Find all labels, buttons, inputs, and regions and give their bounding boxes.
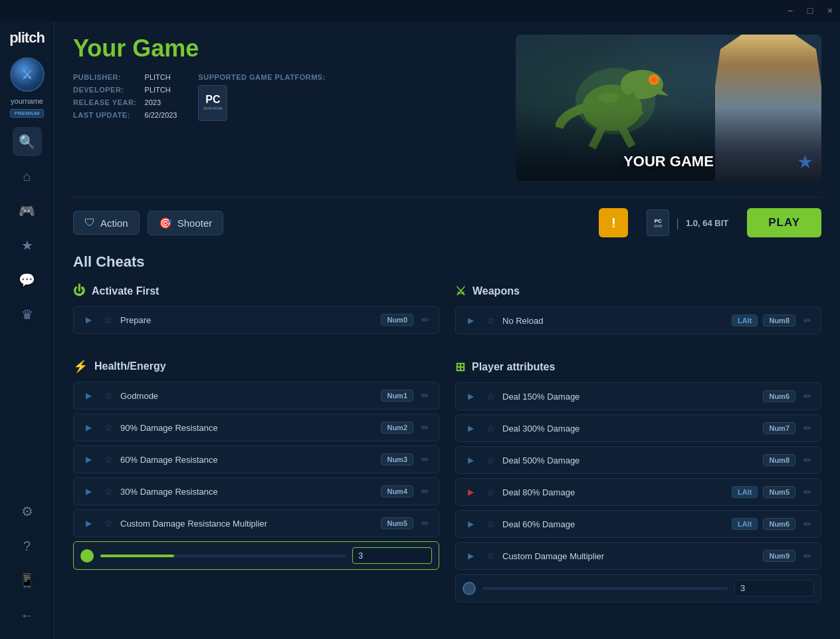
star-60dmg-button[interactable]: ☆: [102, 453, 115, 466]
play-deal60-button[interactable]: ▶: [463, 516, 478, 532]
60dmg-edit-button[interactable]: ✏: [419, 453, 432, 466]
star-deal500-button[interactable]: ☆: [484, 453, 497, 467]
deal60-edit-button[interactable]: ✏: [801, 517, 814, 531]
close-button[interactable]: ×: [825, 6, 835, 15]
cheat-row-noreload: ▶ ☆ No Reload LAlt Num8 ✏: [455, 307, 821, 334]
30dmg-edit-button[interactable]: ✏: [419, 485, 432, 498]
star-custom-mult-button[interactable]: ☆: [484, 549, 497, 563]
cheat-row-deal150: ▶ ☆ Deal 150% Damage Num6 ✏: [455, 382, 821, 410]
custom-dmg-cheat-name: Custom Damage Resistance Multiplier: [120, 519, 375, 529]
search-button[interactable]: 🔍: [13, 127, 42, 156]
release-label: RELEASE YEAR:: [73, 98, 137, 108]
minimize-button[interactable]: −: [786, 6, 795, 15]
noreload-key-mod-badge: LAlt: [732, 315, 758, 326]
header-divider: [73, 197, 821, 197]
90dmg-key-badge: Num2: [381, 422, 413, 434]
prepare-cheat-name: Prepare: [120, 315, 375, 325]
play-90dmg-button[interactable]: ▶: [80, 420, 96, 436]
90dmg-edit-button[interactable]: ✏: [419, 421, 432, 434]
play-godmode-button[interactable]: ▶: [80, 388, 96, 404]
health-slider-row: [73, 541, 439, 570]
back-button[interactable]: ←: [13, 600, 42, 630]
deal80-cheat-name: Deal 80% Damage: [502, 487, 726, 497]
play-60dmg-button[interactable]: ▶: [80, 451, 96, 467]
cheat-row-deal60: ▶ ☆ Deal 60% Damage LAlt Num6 ✏: [455, 510, 821, 538]
star-deal150-button[interactable]: ☆: [484, 390, 497, 403]
player-slider-toggle[interactable]: [463, 582, 476, 595]
chat-button[interactable]: 💬: [13, 265, 42, 295]
banner-star-icon: ★: [797, 151, 813, 173]
game-info: Your Game PUBLISHER: PLITCH DEVELOPER: P…: [73, 35, 500, 181]
play-deal500-button[interactable]: ▶: [463, 452, 478, 468]
prepare-edit-button[interactable]: ✏: [419, 313, 432, 326]
deal300-cheat-name: Deal 300% Damage: [502, 424, 758, 434]
mobile-button[interactable]: 📱: [13, 566, 42, 595]
deal150-edit-button[interactable]: ✏: [801, 390, 814, 403]
play-prepare-button[interactable]: ▶: [80, 312, 96, 328]
developer-value: PLITCH: [145, 86, 177, 96]
deal500-cheat-name: Deal 500% Damage: [502, 455, 758, 465]
platforms-label: SUPPORTED GAME PLATFORMS:: [198, 73, 325, 81]
deal80-edit-button[interactable]: ✏: [801, 485, 814, 499]
deal500-edit-button[interactable]: ✏: [801, 453, 814, 467]
star-godmode-button[interactable]: ☆: [102, 389, 115, 402]
star-prepare-button[interactable]: ☆: [102, 313, 115, 326]
deal300-edit-button[interactable]: ✏: [801, 422, 814, 435]
cheat-row-prepare: ▶ ☆ Prepare Num0 ✏: [73, 306, 439, 334]
update-label: LAST UPDATE:: [73, 111, 137, 121]
custom-mult-edit-button[interactable]: ✏: [801, 549, 814, 563]
shooter-tag[interactable]: 🎯 Shooter: [148, 211, 224, 235]
60dmg-cheat-name: 60% Damage Resistance: [120, 455, 375, 465]
cheats-grid: ⏻ Activate First ▶ ☆ Prepare Num0 ✏ ⚡ He…: [73, 284, 821, 606]
player-slider-track[interactable]: [482, 587, 728, 590]
health-slider-input[interactable]: [352, 547, 432, 564]
games-button[interactable]: 🎮: [13, 196, 42, 225]
platform-pc-icon: PC DVD: [647, 209, 669, 236]
right-column: ⚔ Weapons ▶ ☆ No Reload LAlt Num8 ✏ ⊞ Pl…: [455, 284, 821, 606]
health-section: ⚡ Health/Energy ▶ ☆ Godmode Num1 ✏ ▶ ☆ 9…: [73, 359, 439, 570]
custom-dmg-edit-button[interactable]: ✏: [419, 517, 432, 530]
deal60-cheat-name: Deal 60% Damage: [502, 519, 726, 529]
weapons-icon: ⚔: [455, 284, 466, 299]
health-header: ⚡ Health/Energy: [73, 359, 439, 374]
header-section: Your Game PUBLISHER: PLITCH DEVELOPER: P…: [73, 35, 821, 181]
deal150-cheat-name: Deal 150% Damage: [502, 392, 758, 402]
star-custom-dmg-button[interactable]: ☆: [102, 517, 115, 530]
health-slider-track[interactable]: [100, 555, 346, 557]
play-deal80-button[interactable]: ▶: [463, 484, 478, 500]
player-slider-input[interactable]: [734, 580, 814, 596]
play-deal300-button[interactable]: ▶: [463, 420, 478, 436]
deal500-key-badge: Num8: [763, 454, 795, 466]
star-deal80-button[interactable]: ☆: [484, 485, 497, 499]
noreload-edit-button[interactable]: ✏: [801, 314, 814, 327]
star-noreload-button[interactable]: ☆: [484, 314, 497, 327]
home-button[interactable]: ⌂: [13, 162, 42, 191]
publisher-value: PLITCH: [145, 73, 177, 83]
godmode-edit-button[interactable]: ✏: [419, 389, 432, 402]
help-button[interactable]: ?: [13, 531, 42, 561]
health-slider-toggle[interactable]: [80, 549, 94, 563]
warning-button[interactable]: !: [599, 208, 628, 237]
version-text: 1.0, 64 BIT: [686, 218, 728, 228]
star-30dmg-button[interactable]: ☆: [102, 485, 115, 498]
play-deal150-button[interactable]: ▶: [463, 388, 478, 404]
custom-mult-key-badge: Num9: [763, 550, 795, 562]
favorites-button[interactable]: ★: [13, 231, 42, 260]
play-noreload-button[interactable]: ▶: [463, 313, 478, 328]
crown-button[interactable]: ♛: [13, 300, 42, 329]
play-button[interactable]: PLAY: [747, 208, 821, 237]
play-custom-mult-button[interactable]: ▶: [463, 548, 478, 564]
star-90dmg-button[interactable]: ☆: [102, 421, 115, 434]
activate-first-header: ⏻ Activate First: [73, 284, 439, 298]
game-meta: PUBLISHER: PLITCH DEVELOPER: PLITCH RELE…: [73, 73, 177, 121]
maximize-button[interactable]: □: [805, 6, 815, 15]
pc-platform-badge: PC DVD-ROM: [198, 85, 227, 121]
weapons-header: ⚔ Weapons: [455, 284, 821, 299]
star-deal300-button[interactable]: ☆: [484, 422, 497, 435]
play-custom-dmg-button[interactable]: ▶: [80, 515, 96, 531]
star-deal60-button[interactable]: ☆: [484, 517, 497, 531]
settings-button[interactable]: ⚙: [13, 497, 42, 526]
action-tag[interactable]: 🛡 Action: [73, 211, 140, 235]
play-30dmg-button[interactable]: ▶: [80, 483, 96, 499]
90dmg-cheat-name: 90% Damage Resistance: [120, 423, 375, 433]
